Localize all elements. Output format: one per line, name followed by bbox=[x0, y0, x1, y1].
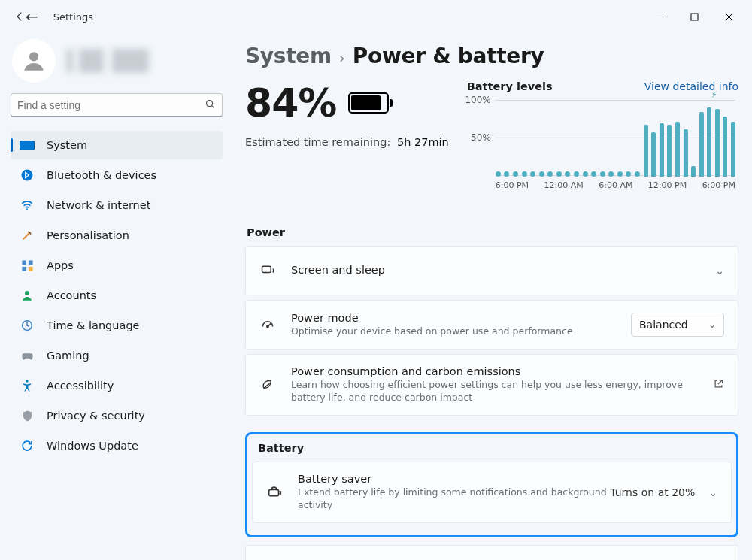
nav-label: Time & language bbox=[47, 319, 140, 331]
chart-bar bbox=[660, 123, 664, 177]
window-controls bbox=[642, 5, 746, 29]
card-title: Screen and sleep bbox=[291, 264, 706, 276]
battery-saver-icon bbox=[266, 484, 283, 501]
nav-item-privacy[interactable]: Privacy & security bbox=[11, 401, 223, 430]
svg-point-2 bbox=[207, 100, 213, 106]
card-title: Power mode bbox=[291, 312, 631, 324]
chart-x-axis: 6:00 PM 12:00 AM 6:00 AM 12:00 PM 6:00 P… bbox=[496, 180, 735, 190]
chart-canvas[interactable]: ⚡ 100% 50% 6:00 PM 12:00 AM 6:00 AM 12:0… bbox=[496, 98, 735, 190]
card-battery-usage[interactable]: Battery usage ⌄ bbox=[245, 545, 738, 561]
nav-item-personalisation[interactable]: Personalisation bbox=[11, 221, 223, 250]
search-box[interactable] bbox=[11, 93, 223, 117]
apps-icon bbox=[20, 258, 35, 273]
section-title-battery: Battery bbox=[258, 442, 732, 454]
card-power-consumption[interactable]: Power consumption and carbon emissions L… bbox=[245, 354, 738, 416]
chart-bar bbox=[600, 171, 605, 177]
section-title-power: Power bbox=[247, 226, 738, 238]
nav-item-accounts[interactable]: Accounts bbox=[11, 281, 223, 310]
wifi-icon bbox=[20, 198, 35, 213]
search-input[interactable] bbox=[17, 99, 205, 111]
svg-point-4 bbox=[26, 208, 28, 210]
chart-title: Battery levels bbox=[467, 80, 553, 92]
chart-bar bbox=[699, 112, 704, 177]
nav-item-accessibility[interactable]: Accessibility bbox=[11, 371, 223, 400]
nav-label: Bluetooth & devices bbox=[47, 169, 156, 181]
shield-icon bbox=[20, 408, 35, 423]
breadcrumb-parent[interactable]: System bbox=[245, 44, 332, 68]
battery-estimate: Estimated time remaining: 5h 27min bbox=[245, 136, 449, 148]
chart-bar bbox=[667, 125, 672, 177]
nav-item-gaming[interactable]: Gaming bbox=[11, 341, 223, 370]
paintbrush-icon bbox=[20, 228, 35, 243]
profile-header[interactable] bbox=[11, 39, 223, 83]
svg-rect-0 bbox=[691, 14, 698, 20]
page-title: Power & battery bbox=[353, 44, 544, 68]
chart-bar bbox=[496, 171, 501, 177]
accessibility-icon bbox=[20, 378, 35, 393]
chevron-down-icon: ⌄ bbox=[715, 265, 724, 277]
nav-item-apps[interactable]: Apps bbox=[11, 251, 223, 280]
battery-overview: 84% Estimated time remaining: 5h 27min B… bbox=[245, 80, 738, 190]
card-battery-saver[interactable]: Battery saver Extend battery life by lim… bbox=[252, 462, 732, 523]
svg-point-13 bbox=[267, 325, 268, 327]
nav-item-system[interactable]: System bbox=[11, 131, 223, 159]
chart-bar bbox=[684, 129, 688, 177]
chevron-right-icon: › bbox=[339, 49, 345, 67]
avatar bbox=[12, 39, 56, 83]
battery-section-highlight: Battery Battery saver Extend battery lif… bbox=[245, 432, 738, 537]
titlebar: ← Settings bbox=[0, 0, 752, 33]
power-mode-dropdown[interactable]: Balanced ⌄ bbox=[631, 313, 724, 337]
svg-rect-14 bbox=[269, 489, 279, 495]
breadcrumb: System › Power & battery bbox=[245, 44, 738, 68]
card-screen-and-sleep[interactable]: Screen and sleep ⌄ bbox=[245, 246, 738, 295]
chart-bar bbox=[504, 171, 509, 177]
power-mode-icon bbox=[259, 317, 276, 332]
chart-bar bbox=[644, 125, 648, 177]
sidebar: System Bluetooth & devices Network & int… bbox=[0, 33, 233, 560]
nav-label: System bbox=[47, 139, 87, 151]
nav-item-network[interactable]: Network & internet bbox=[11, 191, 223, 219]
chart-bar bbox=[617, 171, 623, 177]
chevron-down-icon: ⌄ bbox=[708, 486, 717, 498]
card-subtitle: Optimise your device based on power use … bbox=[291, 325, 631, 338]
card-title: Power consumption and carbon emissions bbox=[291, 365, 713, 377]
search-icon bbox=[205, 98, 216, 112]
chart-bar bbox=[626, 171, 631, 177]
nav-label: Accessibility bbox=[47, 380, 114, 392]
battery-levels-chart: Battery levels View detailed info ⚡ 100%… bbox=[467, 80, 738, 190]
bluetooth-icon bbox=[20, 168, 35, 183]
svg-rect-6 bbox=[28, 260, 32, 265]
close-icon bbox=[725, 13, 733, 21]
nav-label: Apps bbox=[47, 259, 74, 271]
chart-bar bbox=[591, 171, 596, 177]
update-icon bbox=[20, 438, 35, 453]
open-external-icon bbox=[713, 378, 724, 392]
chart-bar bbox=[583, 171, 588, 177]
view-detailed-info-link[interactable]: View detailed info bbox=[644, 80, 738, 92]
battery-icon bbox=[348, 92, 389, 114]
chart-bar bbox=[731, 122, 735, 177]
nav-item-bluetooth[interactable]: Bluetooth & devices bbox=[11, 161, 223, 189]
close-button[interactable] bbox=[711, 5, 746, 29]
chart-bar bbox=[539, 171, 544, 177]
svg-point-11 bbox=[26, 380, 28, 382]
battery-percent: 84% bbox=[245, 80, 336, 126]
charging-icon: ⚡ bbox=[711, 89, 717, 100]
nav-label: Privacy & security bbox=[47, 410, 145, 422]
account-icon bbox=[20, 288, 35, 303]
nav-item-windows-update[interactable]: Windows Update bbox=[11, 431, 223, 460]
minimize-button[interactable] bbox=[642, 5, 677, 29]
y-tick: 100% bbox=[465, 95, 490, 105]
maximize-button[interactable] bbox=[677, 5, 711, 29]
card-title: Battery saver bbox=[298, 473, 610, 485]
chart-bar bbox=[574, 171, 579, 177]
chart-bar bbox=[522, 171, 527, 177]
arrow-left-icon: ← bbox=[26, 8, 38, 26]
chart-bar bbox=[635, 171, 640, 177]
profile-name-redacted bbox=[66, 49, 149, 73]
chart-bar bbox=[715, 109, 720, 177]
card-subtitle: Learn how choosing efficient power setti… bbox=[291, 379, 713, 404]
nav-item-time-language[interactable]: Time & language bbox=[11, 311, 223, 340]
dropdown-value: Balanced bbox=[639, 319, 688, 331]
leaf-icon bbox=[259, 377, 276, 392]
